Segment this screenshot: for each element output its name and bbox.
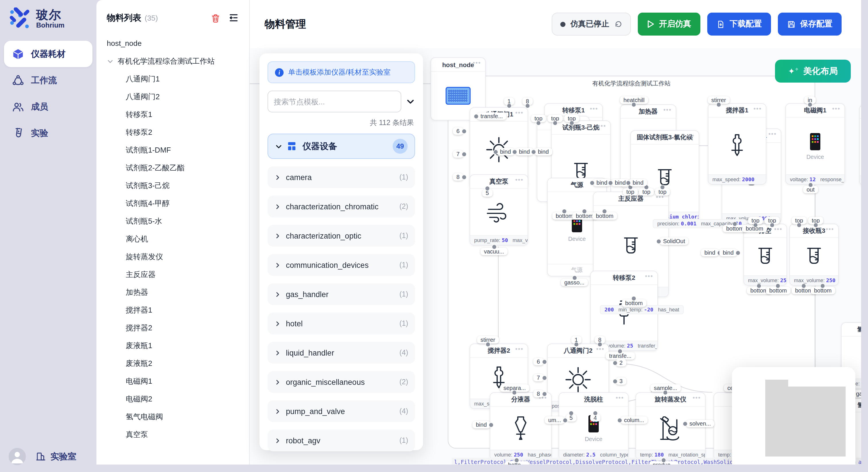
sidebar-item-experiment[interactable]: 实验: [4, 120, 92, 146]
port-handle-icon[interactable]: [553, 121, 558, 126]
sidebar-item-members[interactable]: 成员: [4, 94, 92, 120]
tree-item[interactable]: 八通阀门2: [107, 88, 246, 105]
port-handle-icon[interactable]: [485, 186, 490, 191]
port-bind[interactable]: bind: [516, 148, 533, 156]
port-top[interactable]: top: [548, 115, 563, 122]
port-7[interactable]: 7: [533, 374, 544, 381]
tree-item[interactable]: 转移泵1: [107, 105, 246, 123]
node-menu-icon[interactable]: •••: [515, 345, 524, 352]
port-handle-icon[interactable]: [512, 390, 517, 395]
port-stirrer[interactable]: stirrer: [477, 336, 499, 343]
category-row-gas_handler[interactable]: gas_handler(1): [268, 283, 415, 305]
port-produc[interactable]: produc...: [649, 461, 679, 465]
port-handle-icon[interactable]: [569, 411, 574, 416]
tree-item-root[interactable]: host_node: [107, 34, 246, 52]
port-handle-icon[interactable]: [597, 342, 602, 347]
port-handle-icon[interactable]: [807, 102, 813, 107]
port-handle-icon[interactable]: [485, 342, 491, 347]
port-handle-icon[interactable]: [797, 223, 802, 228]
tree-item[interactable]: 电磁阀1: [107, 372, 246, 390]
port-handle-icon[interactable]: [608, 180, 613, 185]
start-simulation-button[interactable]: 开启仿真: [638, 12, 701, 36]
port-handle-icon[interactable]: [474, 113, 479, 119]
category-row-liquid_handler[interactable]: liquid_handler(4): [268, 342, 415, 364]
port-botto[interactable]: botto...: [505, 461, 529, 465]
category-group-instruments[interactable]: 仪器设备 49: [268, 134, 415, 159]
port-top[interactable]: top: [564, 115, 579, 122]
node-真空泵[interactable]: 真空泵•••pump_rate: 50max_vacuum: 0.1: [470, 174, 528, 245]
port-handle-icon[interactable]: [661, 458, 666, 463]
port-handle-icon[interactable]: [735, 250, 741, 255]
port-solven[interactable]: solven...: [686, 420, 714, 427]
tree-item[interactable]: 废液瓶2: [107, 355, 246, 372]
port-handle-icon[interactable]: [590, 180, 595, 185]
port-handle-icon[interactable]: [572, 275, 577, 280]
port-handle-icon[interactable]: [593, 411, 598, 416]
delete-all-button[interactable]: [210, 12, 222, 24]
tree-item[interactable]: 试剂瓶3-己烷: [107, 177, 246, 194]
port-top[interactable]: top: [623, 188, 638, 196]
port-bind[interactable]: bind: [719, 249, 737, 256]
port-top[interactable]: top: [748, 217, 763, 224]
tree-item-group[interactable]: 有机化学流程综合测试工作站: [107, 52, 246, 70]
port-bottom[interactable]: bottom: [766, 287, 790, 294]
port-handle-icon[interactable]: [808, 182, 813, 188]
panel-collapse-chevron-icon[interactable]: [406, 97, 415, 106]
scrollbar-gutter-bottom[interactable]: [96, 465, 868, 472]
port-handle-icon[interactable]: [733, 222, 738, 227]
port-top[interactable]: top: [639, 188, 654, 196]
save-config-button[interactable]: 保存配置: [778, 12, 842, 36]
port-handle-icon[interactable]: [602, 209, 608, 214]
port-vacuu[interactable]: vacuu...: [480, 248, 507, 255]
node-menu-icon[interactable]: •••: [515, 109, 524, 116]
port-7[interactable]: 7: [453, 150, 463, 158]
port-top[interactable]: top: [765, 217, 780, 224]
port-handle-icon[interactable]: [493, 149, 498, 154]
node-menu-icon[interactable]: •••: [693, 394, 701, 401]
port-handle-icon[interactable]: [631, 102, 637, 107]
avatar[interactable]: [9, 448, 26, 465]
node-menu-icon[interactable]: •••: [515, 176, 524, 183]
node-排空[interactable]: 排空•••max_volume: 250: [743, 224, 787, 285]
sidebar-item-cube[interactable]: 仪器耗材: [4, 41, 92, 67]
port-handle-icon[interactable]: [541, 375, 547, 380]
category-row-robot_agv[interactable]: robot_agv(1): [268, 430, 415, 451]
node-电磁阀1[interactable]: 电磁阀1•••Devicevoltage: 12response_time: 0…: [785, 103, 845, 185]
port-handle-icon[interactable]: [562, 209, 567, 214]
collapse-list-button[interactable]: [227, 11, 240, 24]
tree-item[interactable]: 加热器: [107, 283, 246, 301]
port-bind[interactable]: bind: [701, 249, 719, 256]
port-handle-icon[interactable]: [491, 244, 497, 249]
scrollbar-gutter-right[interactable]: [861, 0, 868, 472]
port-handle-icon[interactable]: [660, 185, 665, 190]
port-1[interactable]: 1: [571, 336, 581, 343]
port-handle-icon[interactable]: [776, 283, 781, 289]
port-handle-icon[interactable]: [613, 360, 618, 365]
port-in[interactable]: in: [804, 96, 816, 104]
tree-item[interactable]: 试剂瓶4-甲醇: [107, 194, 246, 212]
port-8[interactable]: 8: [533, 390, 544, 398]
tree-item[interactable]: 废液瓶1: [107, 337, 246, 355]
port-heatchill[interactable]: heatchill: [620, 96, 648, 104]
node-分液器[interactable]: 分液器•••volume: 250has_phases: true: [490, 392, 552, 460]
node-menu-icon[interactable]: •••: [645, 272, 653, 279]
port-handle-icon[interactable]: [753, 223, 758, 228]
port-transfe[interactable]: transfe...: [606, 352, 635, 360]
port-handle-icon[interactable]: [461, 151, 466, 157]
port-SolidOut[interactable]: SolidOut: [660, 237, 689, 245]
port-handle-icon[interactable]: [563, 417, 568, 423]
port-top[interactable]: top: [792, 217, 807, 224]
node-menu-icon[interactable]: •••: [768, 130, 777, 137]
tree-item[interactable]: 试剂瓶5-水: [107, 212, 246, 230]
port-handle-icon[interactable]: [770, 223, 775, 228]
port-handle-icon[interactable]: [756, 283, 762, 289]
search-input[interactable]: [268, 91, 401, 112]
beautify-layout-button[interactable]: ✦✧ 美化布局: [775, 60, 851, 82]
tree-item[interactable]: 主反应器: [107, 266, 246, 283]
port-handle-icon[interactable]: [617, 417, 622, 423]
port-handle-icon[interactable]: [489, 422, 494, 427]
node-menu-icon[interactable]: •••: [832, 105, 840, 112]
port-8[interactable]: 8: [595, 336, 605, 343]
port-handle-icon[interactable]: [801, 283, 807, 289]
tree-item[interactable]: 搅拌器1: [107, 301, 246, 319]
